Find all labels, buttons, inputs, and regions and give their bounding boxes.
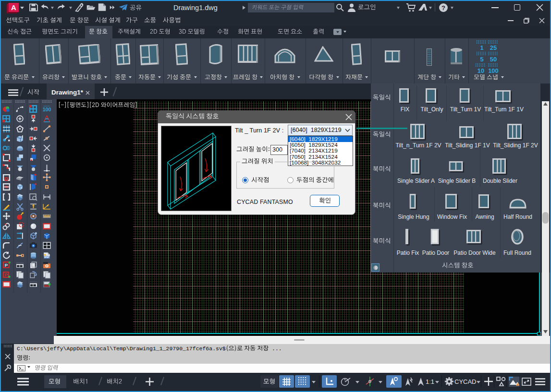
svg-text:?: ? (441, 4, 445, 12)
svg-text:WMF: WMF (44, 256, 49, 259)
svg-text:100: 100 (43, 107, 51, 112)
svg-text:A: A (11, 3, 16, 12)
svg-text:P: P (4, 272, 8, 277)
svg-text:P: P (5, 262, 8, 268)
